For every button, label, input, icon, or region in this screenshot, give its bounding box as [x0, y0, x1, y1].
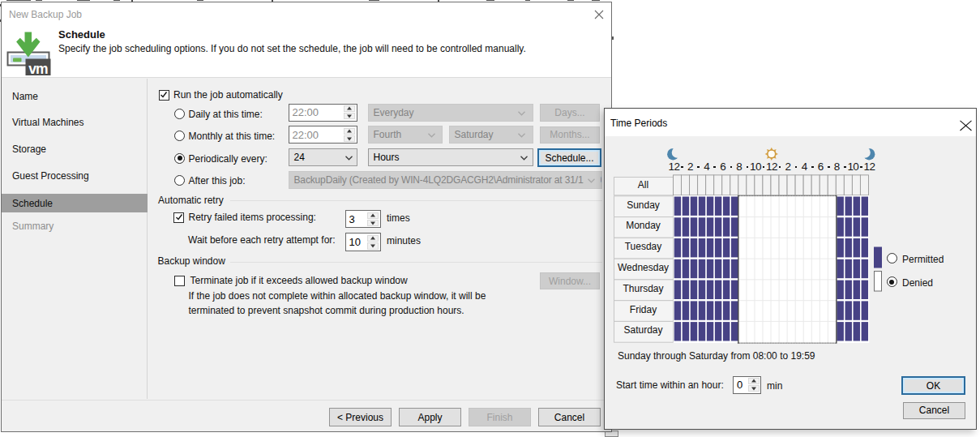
svg-text:vm: vm	[28, 61, 48, 76]
